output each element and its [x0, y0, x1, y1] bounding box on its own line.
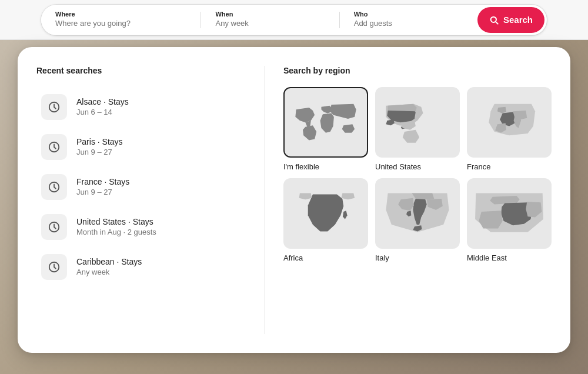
when-value: Any week	[215, 19, 325, 29]
where-section[interactable]: Where Where are you going?	[41, 5, 201, 35]
region-map-africa	[283, 178, 368, 249]
region-card-france[interactable]: France	[467, 87, 552, 171]
region-map-italy	[375, 178, 460, 249]
when-label: When	[215, 11, 325, 18]
clock-icon	[48, 261, 61, 273]
recent-item-subtitle: Jun 6 – 14	[76, 108, 129, 118]
clock-icon	[48, 141, 61, 153]
recent-item-text: Alsace · Stays Jun 6 – 14	[76, 96, 129, 117]
middle-east-map-svg	[472, 183, 546, 244]
recent-item-subtitle: Any week	[76, 268, 142, 278]
recent-item-subtitle: Jun 9 – 27	[76, 148, 123, 158]
recent-item-subtitle: Jun 9 – 27	[76, 188, 129, 198]
region-card-africa[interactable]: Africa	[283, 178, 368, 262]
region-label-italy: Italy	[375, 253, 389, 262]
search-button-label: Search	[503, 15, 533, 25]
recent-searches-title: Recent searches	[36, 66, 245, 75]
recent-item-title: Caribbean · Stays	[76, 256, 142, 267]
list-item[interactable]: Paris · Stays Jun 9 – 27	[36, 127, 245, 167]
list-item[interactable]: Alsace · Stays Jun 6 – 14	[36, 87, 245, 127]
dropdown-panel: Recent searches Alsace · Stays Jun 6 – 1…	[18, 47, 570, 353]
region-label-africa: Africa	[283, 253, 303, 262]
recent-item-title: Paris · Stays	[76, 136, 123, 147]
search-by-region-title: Search by region	[283, 66, 552, 75]
clock-icon-wrap	[41, 94, 67, 120]
where-label: Where	[55, 11, 186, 18]
clock-icon-wrap	[41, 134, 67, 160]
region-card-italy[interactable]: Italy	[375, 178, 460, 262]
region-map-flexible	[283, 87, 368, 158]
region-grid: I'm flexible	[283, 87, 552, 262]
recent-item-subtitle: Month in Aug · 2 guests	[76, 228, 156, 238]
recent-item-title: United States · Stays	[76, 216, 156, 227]
region-map-us	[375, 87, 460, 158]
list-item[interactable]: France · Stays Jun 9 – 27	[36, 167, 245, 207]
region-label-middle-east: Middle East	[467, 253, 507, 262]
clock-icon	[48, 221, 61, 233]
clock-icon-wrap	[41, 254, 67, 280]
clock-icon-wrap	[41, 214, 67, 240]
header: Where Where are you going? When Any week…	[0, 0, 588, 40]
region-card-flexible[interactable]: I'm flexible	[283, 87, 368, 171]
svg-line-1	[496, 22, 498, 24]
region-map-middle-east	[467, 178, 552, 249]
who-value: Add guests	[354, 19, 463, 29]
clock-icon	[48, 101, 61, 113]
clock-icon	[48, 181, 61, 193]
region-label-france: France	[467, 162, 490, 171]
region-card-middle-east[interactable]: Middle East	[467, 178, 552, 262]
when-section[interactable]: When Any week	[201, 5, 339, 35]
region-label-flexible: I'm flexible	[283, 162, 319, 171]
africa-map-svg	[289, 183, 363, 244]
search-bar: Where Where are you going? When Any week…	[41, 5, 547, 35]
list-item[interactable]: United States · Stays Month in Aug · 2 g…	[36, 207, 245, 247]
france-map-svg	[472, 92, 546, 153]
recent-item-text: Paris · Stays Jun 9 – 27	[76, 136, 123, 157]
clock-icon-wrap	[41, 174, 67, 200]
where-input[interactable]: Where are you going?	[55, 19, 186, 29]
recent-searches-panel: Recent searches Alsace · Stays Jun 6 – 1…	[18, 66, 265, 334]
region-map-france	[467, 87, 552, 158]
us-map-svg	[380, 92, 455, 153]
search-by-region-panel: Search by region	[265, 66, 570, 334]
search-button[interactable]: Search	[477, 7, 544, 33]
search-icon	[489, 15, 499, 25]
list-item[interactable]: Caribbean · Stays Any week	[36, 247, 245, 287]
who-label: Who	[354, 11, 463, 18]
region-label-us: United States	[375, 162, 421, 171]
recent-item-title: Alsace · Stays	[76, 96, 129, 107]
recent-item-text: United States · Stays Month in Aug · 2 g…	[76, 216, 156, 237]
world-map-svg	[289, 92, 363, 153]
who-section[interactable]: Who Add guests	[340, 5, 477, 35]
region-card-us[interactable]: United States	[375, 87, 460, 171]
recent-item-text: France · Stays Jun 9 – 27	[76, 176, 129, 197]
recent-item-text: Caribbean · Stays Any week	[76, 256, 142, 277]
recent-item-title: France · Stays	[76, 176, 129, 187]
italy-map-svg	[380, 183, 455, 244]
